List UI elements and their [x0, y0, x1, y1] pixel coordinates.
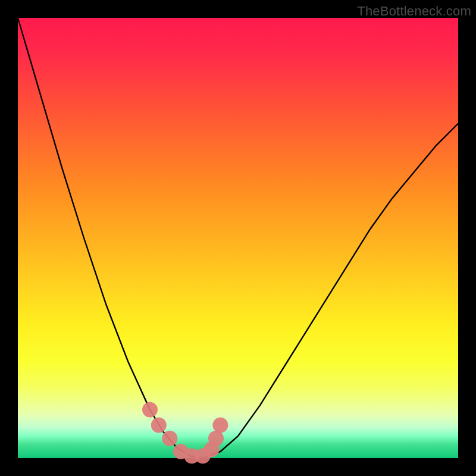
watermark-text: TheBottleneck.com — [357, 4, 471, 19]
bottleneck-markers — [142, 402, 228, 464]
chart-outer-frame: TheBottleneck.com — [0, 0, 476, 476]
marker-dot — [151, 418, 167, 433]
marker-dot — [212, 418, 228, 433]
marker-dot — [162, 431, 177, 446]
bottleneck-curve — [18, 18, 458, 458]
marker-dot — [142, 402, 158, 418]
marker-dot — [208, 431, 224, 446]
plot-area — [18, 18, 458, 458]
chart-svg — [18, 18, 458, 458]
